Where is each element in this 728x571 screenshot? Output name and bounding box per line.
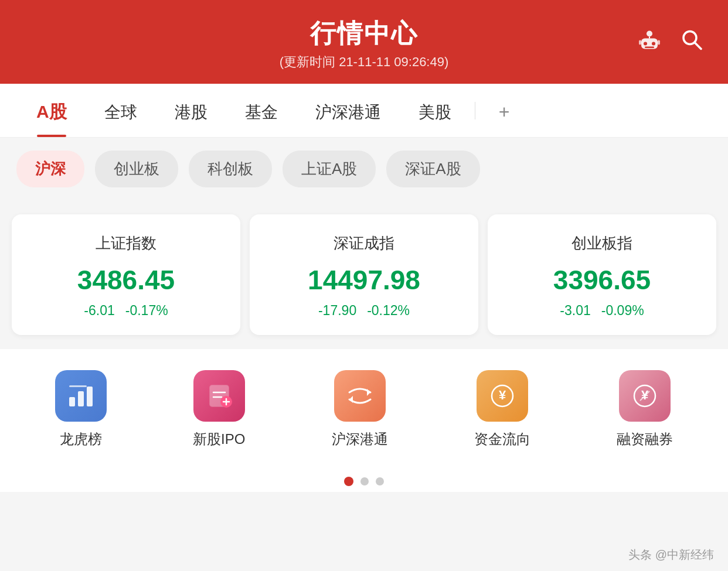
card-shanghai-title: 上证指数 [23, 233, 229, 254]
subtab-hushen[interactable]: 沪深 [16, 151, 84, 187]
svg-point-0 [647, 30, 652, 36]
cards-section: 上证指数 3486.45 -6.01 -0.17% 深证成指 14497.98 … [0, 200, 728, 349]
svg-rect-7 [658, 40, 660, 45]
header-subtitle: (更新时间 21-11-11 09:26:49) [280, 53, 449, 71]
card-shenzhen-title: 深证成指 [261, 233, 467, 254]
svg-marker-22 [349, 396, 353, 403]
hushen-icon [334, 370, 386, 422]
robot-icon[interactable] [637, 26, 662, 57]
card-chuangye-change-pct: -0.09% [601, 303, 644, 319]
svg-marker-21 [367, 389, 370, 396]
pagination-dots [0, 466, 728, 492]
card-shenzhen[interactable]: 深证成指 14497.98 -17.90 -0.12% [250, 214, 478, 335]
card-shenzhen-value: 14497.98 [261, 264, 467, 296]
subtab-shenzhena[interactable]: 深证A股 [386, 151, 479, 187]
dot-2 [360, 477, 369, 485]
card-shanghai-change-pct: -0.17% [125, 303, 168, 319]
search-icon[interactable] [679, 26, 705, 57]
tab-hushengangshang[interactable]: 沪深港通 [297, 85, 400, 136]
xingu-icon [193, 370, 245, 422]
card-shanghai-change: -6.01 -0.17% [23, 303, 229, 319]
svg-rect-11 [78, 391, 84, 406]
svg-point-3 [644, 42, 647, 45]
tab-global[interactable]: 全球 [86, 85, 156, 136]
quick-hushen[interactable]: 沪深港通 [332, 370, 388, 449]
svg-rect-13 [69, 385, 87, 387]
card-chuangye[interactable]: 创业板指 3396.65 -3.01 -0.09% [488, 214, 716, 335]
card-shenzhen-change-pct: -0.12% [367, 303, 410, 319]
quick-xingu[interactable]: 新股IPO [193, 370, 245, 449]
quick-access: 龙虎榜 新股IPO 沪深港通 [0, 349, 728, 466]
quick-longhu[interactable]: 龙虎榜 [55, 370, 107, 449]
card-shenzhen-change: -17.90 -0.12% [261, 303, 467, 319]
card-shanghai[interactable]: 上证指数 3486.45 -6.01 -0.17% [12, 214, 240, 335]
longhu-icon [55, 370, 107, 422]
header-center: 行情中心 (更新时间 21-11-11 09:26:49) [280, 16, 449, 71]
svg-rect-10 [69, 397, 75, 406]
card-chuangye-change-abs: -3.01 [560, 303, 590, 319]
subtab-bar: 沪深 创业板 科创板 上证A股 深证A股 [0, 138, 728, 200]
card-chuangye-value: 3396.65 [499, 264, 705, 296]
header: 行情中心 (更新时间 21-11-11 09:26:49) [0, 0, 728, 84]
card-chuangye-title: 创业板指 [499, 233, 705, 254]
xingu-label: 新股IPO [193, 430, 245, 449]
tab-us[interactable]: 美股 [400, 85, 470, 136]
subtab-kechuang[interactable]: 科创板 [189, 151, 272, 187]
header-title: 行情中心 [280, 16, 449, 51]
tab-bar: A股 全球 港股 基金 沪深港通 美股 + [0, 84, 728, 138]
card-shanghai-change-abs: -6.01 [84, 303, 114, 319]
rongzi-label: 融资融券 [617, 430, 673, 449]
subtab-shenzha[interactable]: 上证A股 [283, 151, 376, 187]
quick-rongzi[interactable]: ¥ 融资融券 [617, 370, 673, 449]
longhu-label: 龙虎榜 [60, 430, 102, 449]
dot-3 [376, 477, 384, 485]
card-chuangye-change: -3.01 -0.09% [499, 303, 705, 319]
zijin-label: 资金流向 [474, 430, 530, 449]
svg-rect-12 [87, 387, 93, 406]
watermark: 头条 @中新经纬 [628, 547, 714, 563]
card-shanghai-value: 3486.45 [23, 264, 229, 296]
rongzi-icon: ¥ [619, 370, 671, 422]
zijin-icon: ¥ [477, 370, 528, 422]
header-icons [637, 26, 705, 57]
card-shenzhen-change-abs: -17.90 [318, 303, 356, 319]
tab-fund[interactable]: 基金 [226, 85, 297, 136]
quick-zijin[interactable]: ¥ 资金流向 [474, 370, 530, 449]
svg-rect-5 [645, 46, 654, 48]
svg-text:¥: ¥ [499, 388, 506, 402]
svg-rect-6 [639, 40, 641, 45]
svg-line-9 [695, 42, 701, 49]
dot-1 [344, 477, 353, 486]
tab-a-shares[interactable]: A股 [18, 84, 86, 137]
hushen-label: 沪深港通 [332, 430, 388, 449]
svg-point-4 [652, 42, 655, 45]
subtab-chuangye[interactable]: 创业板 [95, 151, 178, 187]
tab-divider [475, 102, 475, 119]
tab-hk[interactable]: 港股 [156, 85, 226, 136]
tab-add[interactable]: + [480, 85, 529, 136]
